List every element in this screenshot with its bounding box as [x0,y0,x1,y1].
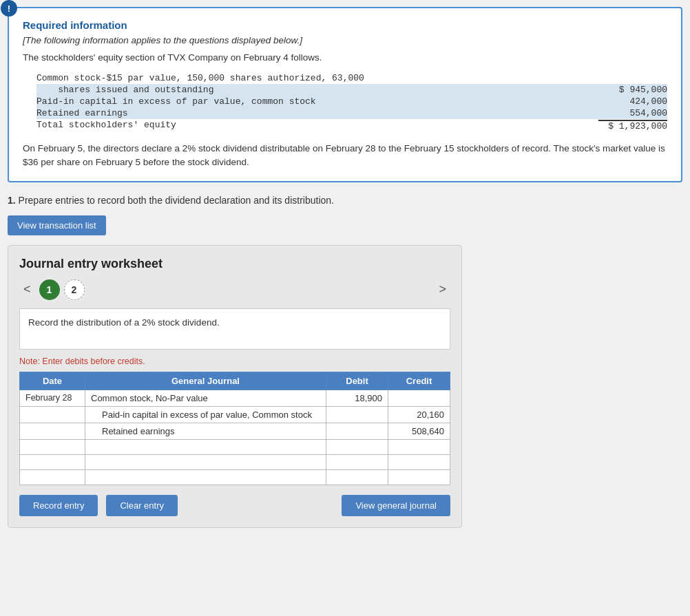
info-description: On February 5, the directors declare a 2… [23,142,667,170]
table-row: February 28 Common stock, No-Par value 1… [20,390,450,406]
row2-account[interactable]: Paid-in capital in excess of par value, … [85,406,326,423]
row2-debit[interactable] [326,406,388,423]
equity-amount-4: 554,000 [598,108,667,118]
row6-debit[interactable] [326,469,388,485]
equity-table: Common stock-$15 par value, 150,000 shar… [36,72,667,132]
info-icon: ! [1,0,17,17]
row6-date[interactable] [20,469,85,485]
equity-amount-1 [598,73,667,83]
view-transaction-button[interactable]: View transaction list [8,215,106,235]
row6-account[interactable] [85,469,326,485]
journal-table: Date General Journal Debit Credit Februa… [19,372,450,485]
row2-date [20,406,85,423]
row5-date[interactable] [20,454,85,469]
equity-row-4: Retained earnings 554,000 [36,107,667,119]
page-1-button[interactable]: 1 [39,279,60,300]
equity-amount-3: 424,000 [598,96,667,107]
row3-debit[interactable] [326,423,388,439]
table-row: Retained earnings 508,640 [20,423,450,439]
table-row: Paid-in capital in excess of par value, … [20,406,450,423]
row4-debit[interactable] [326,439,388,454]
equity-row-1: Common stock-$15 par value, 150,000 shar… [36,72,667,84]
row3-credit[interactable]: 508,640 [388,423,450,439]
row4-credit[interactable] [388,439,450,454]
record-entry-button[interactable]: Record entry [19,495,98,516]
row5-credit[interactable] [388,454,450,469]
col-debit: Debit [326,372,388,390]
equity-label-total: Total stockholders' equity [36,120,598,131]
row2-credit[interactable]: 20,160 [388,406,450,423]
row4-date[interactable] [20,439,85,454]
view-general-journal-button[interactable]: View general journal [342,495,450,516]
nav-next-button[interactable]: > [435,281,450,298]
page-2-button[interactable]: 2 [64,279,85,300]
row5-debit[interactable] [326,454,388,469]
question-number: 1. [8,195,16,206]
equity-label-3: Paid-in capital in excess of par value, … [36,96,598,107]
equity-label-4: Retained earnings [36,108,598,118]
col-date: Date [20,372,85,390]
row1-credit[interactable] [388,390,450,406]
equity-row-3: Paid-in capital in excess of par value, … [36,96,667,107]
equity-row-2: shares issued and outstanding $ 945,000 [36,84,667,96]
table-row [20,469,450,485]
info-main-text: The stockholders' equity section of TVX … [23,52,667,63]
row5-account[interactable] [85,454,326,469]
equity-amount-total: $ 1,923,000 [598,120,667,131]
row1-account[interactable]: Common stock, No-Par value [85,390,326,406]
bottom-buttons: Record entry Clear entry View general jo… [19,495,450,516]
entry-description-text: Record the distribution of a 2% stock di… [28,317,220,328]
question-label: Prepare entries to record both the divid… [19,195,334,206]
row1-debit[interactable]: 18,900 [326,390,388,406]
row3-account[interactable]: Retained earnings [85,423,326,439]
worksheet-title: Journal entry worksheet [19,257,450,271]
row4-account[interactable] [85,439,326,454]
question-text: 1. Prepare entries to record both the di… [8,195,682,206]
col-credit: Credit [388,372,450,390]
equity-label-2: shares issued and outstanding [36,85,598,95]
col-journal: General Journal [85,372,326,390]
info-box: ! Required information [The following in… [8,7,682,182]
table-row [20,454,450,469]
row1-date: February 28 [20,390,85,406]
equity-amount-2: $ 945,000 [598,85,667,95]
info-subtitle: [The following information applies to th… [23,35,667,45]
row3-date [20,423,85,439]
journal-worksheet: Journal entry worksheet < 1 2 > Record t… [8,245,462,528]
entry-description: Record the distribution of a 2% stock di… [19,308,450,350]
nav-prev-button[interactable]: < [19,281,35,298]
info-title: Required information [23,19,667,31]
equity-row-total: Total stockholders' equity $ 1,923,000 [36,119,667,132]
nav-row: < 1 2 > [19,279,450,300]
table-row [20,439,450,454]
clear-entry-button[interactable]: Clear entry [106,495,178,516]
equity-label-1: Common stock-$15 par value, 150,000 shar… [36,73,598,83]
entry-note: Note: Enter debits before credits. [19,357,450,366]
row6-credit[interactable] [388,469,450,485]
